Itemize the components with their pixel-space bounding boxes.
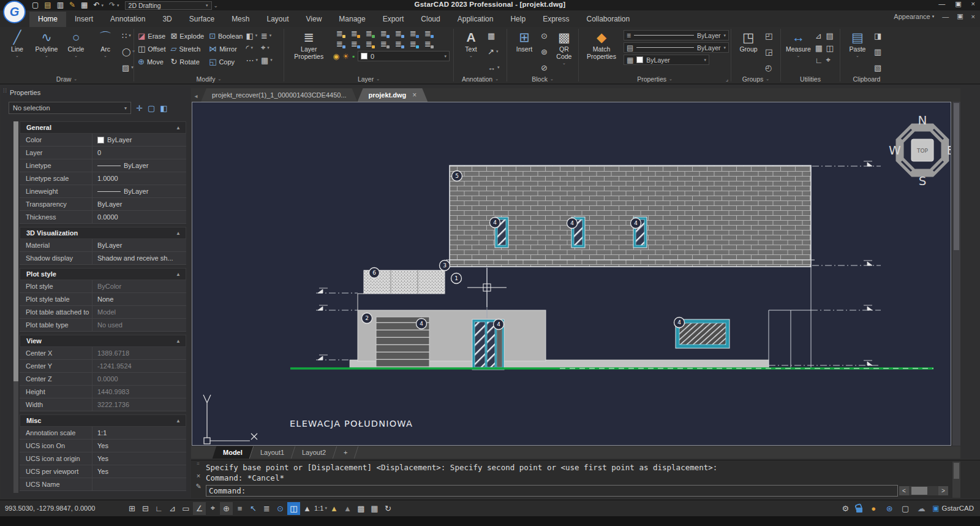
property-value[interactable]: Yes [92,452,186,465]
minimize-button[interactable]: — [938,0,945,8]
tab-collaboration[interactable]: Collaboration [578,12,638,27]
tab-mesh[interactable]: Mesh [223,12,258,27]
dynamic-input-icon[interactable]: ⊕ [220,502,233,515]
break-tools-button[interactable]: ⌖▾ [261,42,273,53]
layer-tool-icon-6[interactable]: ≣ [406,29,420,39]
layer-properties-button[interactable]: ≣ Layer Properties [288,29,330,74]
assist-search-icon[interactable]: ⊛ [884,502,894,515]
copy-base-button[interactable]: ▧ [874,62,881,73]
hatch-tools-button[interactable]: ▨▾ [122,62,135,73]
tab-help[interactable]: Help [502,12,534,27]
palette-scrollbar-track[interactable] [13,381,18,493]
angle-measure-button[interactable]: ⊿ [815,30,823,41]
layer-on-bulb-icon[interactable]: ◉ [333,52,339,61]
property-row[interactable]: LinetypeByLayer [20,159,186,172]
property-row[interactable]: UCS icon at originYes [20,452,186,465]
section-header[interactable]: 3D Visualization▲ [20,227,186,239]
model-paper-icon[interactable]: ◫ [287,502,300,515]
property-row[interactable]: UCS Name [20,478,186,491]
property-dropdown-2[interactable]: ▤ByLayer▾ [624,42,729,53]
id-point-button[interactable]: ◫ [826,42,834,53]
property-value[interactable]: 0.0000 [92,211,186,223]
command-grip-icon[interactable]: ≡ [197,461,200,467]
cloud-sync-icon[interactable]: ☁ [916,502,926,515]
property-value[interactable]: 1.0000 [92,172,186,185]
property-value[interactable]: 1440.9983 [92,386,186,398]
ellipse-tools-button[interactable]: ◯▾ [122,46,135,57]
select-objects-icon[interactable]: ▢ [148,104,155,113]
command-horizontal-scrollbar[interactable]: < > [899,486,948,495]
command-edit-icon[interactable]: ✎ [195,482,201,490]
point-style-button[interactable]: ⌖ [826,55,834,66]
tab-cloud[interactable]: Cloud [412,12,448,27]
property-value[interactable]: Yes [92,465,186,478]
settings-gear-icon[interactable]: ⚙ [840,502,850,515]
align-tools-button[interactable]: ≣▾ [261,30,273,41]
draw-panel-footer[interactable]: Draw⌄ [0,74,134,83]
command-close-icon[interactable]: × [197,472,200,479]
layer-tool-icon-12[interactable]: ≣ [391,39,405,49]
modify-panel-footer[interactable]: Modify⌄ [134,74,284,83]
layer-tool-icon-11[interactable]: ≣ [377,39,390,49]
snap-icon[interactable]: ⊟ [139,502,152,515]
property-row[interactable]: Thickness0.0000 [20,211,186,224]
properties-palette-header[interactable]: ⁞⁞ Properties [1,86,190,99]
property-row[interactable]: Plot table typeNo used [20,319,186,332]
property-value[interactable] [92,478,186,490]
section-header[interactable]: View▲ [20,335,186,347]
tab-scroll-left-icon[interactable]: ◂ [191,93,201,102]
table-button[interactable]: ▦ [488,30,500,41]
drawing-canvas[interactable]: TOP N S W E ELEWACJA POŁUDNIOWA 54443162… [192,102,951,446]
circle-button[interactable]: ○Circle⌄ [62,29,89,74]
property-value[interactable]: ByColor [92,280,186,292]
property-value[interactable]: ByLayer [92,185,186,197]
quick-select-icon[interactable]: ✛ [136,104,143,113]
xor-display-icon[interactable]: ▩ [355,502,368,515]
groups-panel-footer[interactable]: Groups⌄ [731,74,780,83]
layer-tool-icon-3[interactable]: ≣ [362,29,375,39]
gstarcad-logo-icon[interactable]: G [3,1,26,23]
layer-tool-icon-10[interactable]: ≣ [362,39,375,49]
property-row[interactable]: MaterialByLayer [20,239,186,252]
property-value[interactable]: ByLayer [92,159,186,172]
write-block-button[interactable]: ⊘ [541,62,548,73]
property-row[interactable]: Center Z0.0000 [20,373,186,386]
layer-tool-icon-4[interactable]: ≣ [377,29,390,39]
tab-annotation[interactable]: Annotation [102,12,154,27]
property-value[interactable]: ByLayer [92,134,186,146]
block-panel-footer[interactable]: Block⌄ [507,74,578,83]
text-button[interactable]: A Text ⌄ [458,29,484,74]
view-compass[interactable]: TOP N S W E [889,113,951,188]
mirror-button[interactable]: ⋈Mirror [209,43,243,55]
group-edit-button[interactable]: ◲ [765,46,772,57]
property-value[interactable]: 0 [92,147,186,159]
palette-grip-icon[interactable]: ⁞⁞ [3,88,7,94]
insert-button[interactable]: ⊞ Insert [511,29,538,74]
property-value[interactable]: Model [92,306,186,318]
layout-tab-layout2[interactable]: Layout2 [292,446,337,459]
calculator-button[interactable]: ▦ [815,42,823,53]
polar-tracking-icon[interactable]: ⊿ [166,502,179,515]
rotate-button[interactable]: ↻Rotate [170,56,204,67]
dimension-button[interactable]: ↔▾ [488,62,500,73]
copy-button[interactable]: ◱Copy [209,56,243,67]
layer-tool-icon-14[interactable]: ≣ [421,39,434,49]
property-row[interactable]: Center Y-1241.9524 [20,360,186,373]
layer-tool-icon-5[interactable]: ≣ [391,29,405,39]
object-track-icon[interactable]: ⌖ [206,502,219,515]
layer-tool-icon-7[interactable]: ≣ [421,29,434,39]
drawing-tab[interactable]: projekt_recover(1)_1_000001403CDE4450... [201,88,358,102]
lineweight-display-icon[interactable]: ≡ [233,502,246,515]
property-row[interactable]: Linetype scale1.0000 [20,172,186,185]
property-row[interactable]: Layer0 [20,147,186,159]
line-button[interactable]: ╱Line⌄ [4,29,31,74]
rectarray-tools-button[interactable]: ▦▾ [261,55,273,66]
property-row[interactable]: UCS per viewportYes [20,465,186,478]
property-value[interactable]: Yes [92,440,186,452]
property-row[interactable]: UCS icon OnYes [20,440,186,452]
hardware-light-icon[interactable]: ● [869,502,878,515]
tab-view[interactable]: View [298,12,331,27]
array-tools-button[interactable]: ◧▾ [246,30,258,41]
property-row[interactable]: Annotation scale1:1 [20,427,186,440]
property-row[interactable]: ColorByLayer [20,134,186,147]
